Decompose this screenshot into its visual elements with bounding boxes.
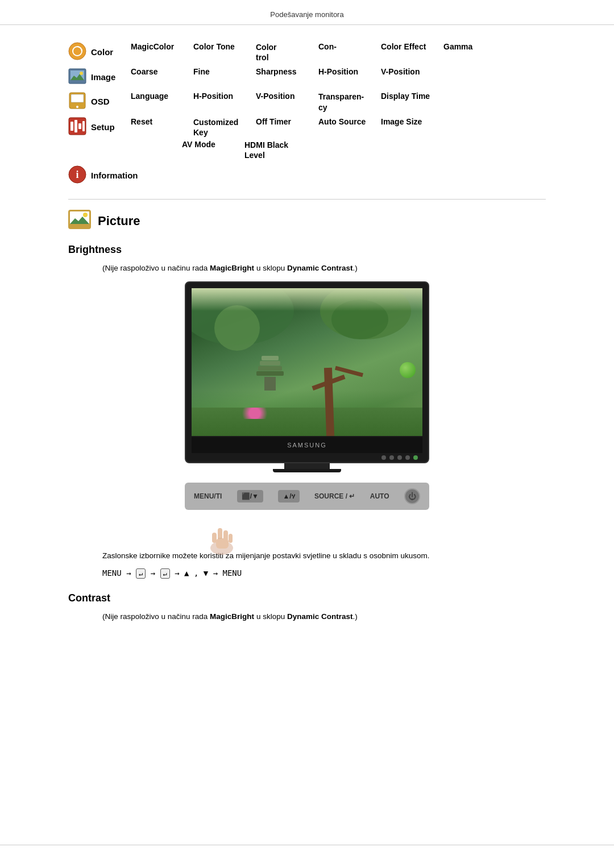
- nav-item-autosource[interactable]: Auto Source: [318, 117, 370, 138]
- ctrl-btn2[interactable]: ▲/ሃ: [278, 490, 299, 502]
- nav-items-image: Coarse Fine Sharpness H-Position V-Posit…: [131, 67, 546, 76]
- nav-items-color: MagicColor Color Tone Colortrol Con- Col…: [131, 42, 546, 63]
- svg-rect-25: [212, 533, 217, 543]
- svg-rect-26: [229, 534, 233, 543]
- picture-icon: [68, 210, 91, 232]
- nav-items-osd: Language H-Position V-Position Transpare…: [131, 92, 546, 112]
- nav-item-imagesize[interactable]: Image Size: [381, 117, 432, 138]
- nav-item-avmode[interactable]: AV Mode: [182, 140, 233, 160]
- nav-table: Color MagicColor Color Tone Colortrol Co…: [68, 42, 546, 185]
- nav-label-color: Color: [68, 42, 131, 62]
- nav-item-reset[interactable]: Reset: [131, 117, 182, 138]
- monitor-frame: SAMSUNG: [185, 281, 429, 463]
- svg-rect-12: [74, 120, 77, 132]
- svg-rect-23: [218, 528, 222, 542]
- ctrl-btn2-group: ▲/ሃ: [278, 490, 299, 502]
- nav-item-coloreffect[interactable]: Color Effect: [381, 42, 432, 63]
- contrast-note-bold1: MagicBright: [210, 612, 254, 621]
- ground: [192, 408, 422, 436]
- section-divider-1: [68, 199, 546, 200]
- osd-icon: [68, 92, 86, 111]
- brightness-title-text: Brightness: [68, 244, 122, 255]
- brightness-description-area: Zaslonske izbornike možete koristiti za …: [68, 550, 546, 579]
- brightness-title: Brightness: [68, 244, 546, 256]
- nav-label-osd-text: OSD: [91, 97, 110, 106]
- svg-point-0: [69, 43, 86, 60]
- nav-row-image: Image Coarse Fine Sharpness H-Position V…: [68, 67, 546, 87]
- nav-row-color: Color MagicColor Color Tone Colortrol Co…: [68, 42, 546, 63]
- status-dot-1: [381, 455, 386, 460]
- status-dot-active: [413, 455, 418, 460]
- nav-item-hdmiblacklevel[interactable]: HDMI BlackLevel: [244, 140, 296, 160]
- nav-item-hposition[interactable]: H-Position: [318, 67, 370, 76]
- color-icon: [68, 42, 86, 62]
- page-title: Podešavanje monitora: [270, 10, 343, 19]
- svg-rect-13: [78, 123, 81, 129]
- nav-item-coarse[interactable]: Coarse: [131, 67, 182, 76]
- contrast-note: (Nije raspoloživo u načinu rada MagicBri…: [102, 612, 546, 621]
- nav-item-sharpness[interactable]: Sharpness: [256, 67, 307, 76]
- nav-row-setup2: AV Mode HDMI BlackLevel: [68, 140, 546, 160]
- page-footer: [0, 845, 614, 851]
- nav-item-colorcontrol[interactable]: Colortrol: [256, 42, 307, 63]
- enter-sym-2: ↵: [160, 568, 170, 579]
- status-dot-2: [389, 455, 394, 460]
- brightness-note-bold2: Dynamic Contrast: [287, 264, 353, 272]
- svg-text:i: i: [76, 169, 78, 180]
- ctrl-menu-label: MENU/TI: [194, 492, 222, 500]
- setup-icon: [68, 117, 86, 137]
- hand-pointer-illustration: [202, 517, 242, 558]
- nav-item-language[interactable]: Language: [131, 92, 182, 112]
- contrast-title-text: Contrast: [68, 592, 110, 604]
- nav-item-magiccolor[interactable]: MagicColor: [131, 42, 182, 63]
- controls-area: MENU/TI ⬛/▼ ▲/ሃ SOURCE / ↵ AUTO ⏻: [68, 483, 546, 527]
- nav-items-setup2: AV Mode HDMI BlackLevel: [182, 140, 546, 160]
- svg-point-20: [83, 213, 88, 217]
- hand-svg: [202, 517, 242, 556]
- nav-item-fine[interactable]: Fine: [193, 67, 244, 76]
- sky: [192, 288, 422, 311]
- controls-bar: MENU/TI ⬛/▼ ▲/ሃ SOURCE / ↵ AUTO ⏻: [185, 483, 429, 510]
- nav-item-vposition[interactable]: V-Position: [381, 67, 432, 76]
- picture-title-text: Picture: [98, 214, 140, 229]
- nav-label-color-text: Color: [91, 47, 113, 57]
- nav-item-customizedkey[interactable]: CustomizedKey: [193, 117, 244, 138]
- monitor-base: [273, 469, 341, 472]
- tree-trunk-main: [324, 367, 334, 435]
- nav-item-displaytime[interactable]: Display Time: [381, 92, 432, 112]
- svg-rect-14: [82, 121, 85, 131]
- nav-item-transparency[interactable]: Transparen-cy: [318, 92, 370, 112]
- enter-sym-1: ↵: [136, 568, 146, 579]
- pagoda: [256, 356, 284, 391]
- picture-section-title: Picture: [68, 210, 546, 232]
- ctrl-auto-label: AUTO: [370, 492, 389, 500]
- flowers: [238, 408, 272, 419]
- nav-item-osd-hposition[interactable]: H-Position: [193, 92, 244, 112]
- nav-item-con[interactable]: Con-: [318, 42, 370, 63]
- nav-item-osd-vposition[interactable]: V-Position: [256, 92, 307, 112]
- monitor-status-bar: [192, 453, 422, 462]
- contrast-title: Contrast: [68, 592, 546, 604]
- svg-rect-11: [70, 122, 73, 131]
- contrast-note-bold2: Dynamic Contrast: [287, 612, 353, 621]
- foliage-mid-left: [214, 305, 260, 351]
- brightness-formula: MENU → ↵ → ↵ → ▲ , ▼ → MENU: [102, 568, 546, 579]
- nav-item-gamma[interactable]: Gamma: [443, 42, 495, 63]
- brightness-description: Zaslonske izbornike možete koristiti za …: [102, 550, 546, 562]
- green-ball: [400, 362, 416, 378]
- ctrl-btn1[interactable]: ⬛/▼: [237, 490, 263, 502]
- svg-rect-7: [71, 94, 84, 102]
- ctrl-source-label: SOURCE / ↵: [314, 492, 355, 500]
- nav-item-offtimer[interactable]: Off Timer: [256, 117, 307, 138]
- nav-row-information: i Information: [68, 165, 546, 185]
- ctrl-power-btn[interactable]: ⏻: [404, 488, 420, 504]
- nav-label-information: i Information: [68, 165, 131, 185]
- monitor-stand: [284, 463, 330, 469]
- nav-row-setup: Setup Reset CustomizedKey Off Timer Auto…: [68, 117, 546, 138]
- tree-branch-right: [335, 366, 363, 377]
- info-icon: i: [68, 165, 86, 185]
- nav-items-setup: Reset CustomizedKey Off Timer Auto Sourc…: [131, 117, 546, 138]
- status-dot-4: [405, 455, 410, 460]
- nav-item-colortone[interactable]: Color Tone: [193, 42, 244, 63]
- svg-point-9: [76, 106, 78, 108]
